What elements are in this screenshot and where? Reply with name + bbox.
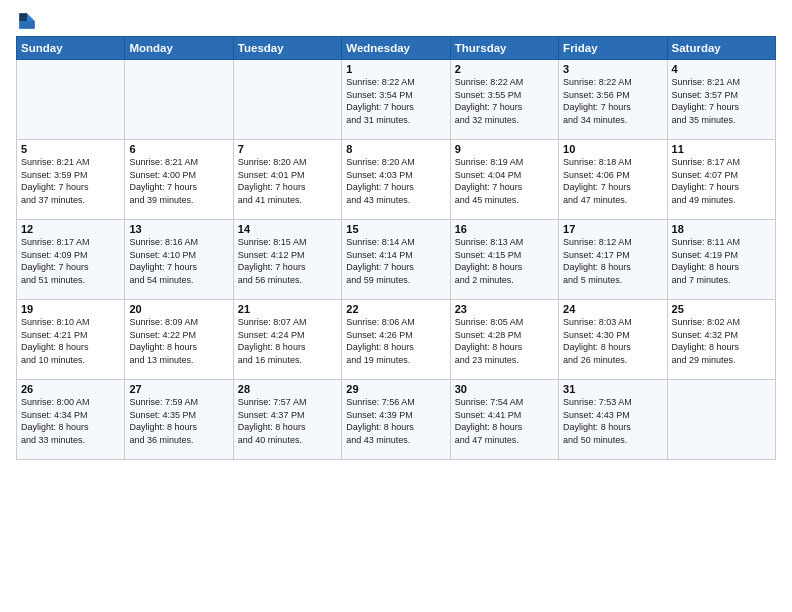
day-number: 29 bbox=[346, 383, 445, 395]
calendar-cell bbox=[233, 60, 341, 140]
cell-text: Sunset: 4:28 PM bbox=[455, 329, 554, 342]
cell-text: Sunrise: 8:20 AM bbox=[346, 156, 445, 169]
calendar-table: SundayMondayTuesdayWednesdayThursdayFrid… bbox=[16, 36, 776, 460]
calendar-cell: 7Sunrise: 8:20 AMSunset: 4:01 PMDaylight… bbox=[233, 140, 341, 220]
cell-text: Daylight: 8 hours bbox=[346, 341, 445, 354]
cell-text: Sunset: 4:41 PM bbox=[455, 409, 554, 422]
cell-text: and 16 minutes. bbox=[238, 354, 337, 367]
cell-text: and 56 minutes. bbox=[238, 274, 337, 287]
cell-text: and 45 minutes. bbox=[455, 194, 554, 207]
cell-text: and 7 minutes. bbox=[672, 274, 771, 287]
cell-text: and 35 minutes. bbox=[672, 114, 771, 127]
cell-text: Daylight: 8 hours bbox=[672, 341, 771, 354]
cell-text: Daylight: 8 hours bbox=[563, 421, 662, 434]
cell-text: Sunrise: 8:17 AM bbox=[21, 236, 120, 249]
cell-text: Daylight: 7 hours bbox=[238, 261, 337, 274]
cell-text: and 26 minutes. bbox=[563, 354, 662, 367]
calendar-cell: 8Sunrise: 8:20 AMSunset: 4:03 PMDaylight… bbox=[342, 140, 450, 220]
cell-text: Sunrise: 7:54 AM bbox=[455, 396, 554, 409]
day-number: 8 bbox=[346, 143, 445, 155]
cell-text: Sunrise: 8:20 AM bbox=[238, 156, 337, 169]
cell-text: Sunset: 4:30 PM bbox=[563, 329, 662, 342]
cell-text: Sunset: 4:10 PM bbox=[129, 249, 228, 262]
calendar-cell bbox=[667, 380, 775, 460]
cell-text: Sunrise: 7:56 AM bbox=[346, 396, 445, 409]
day-number: 17 bbox=[563, 223, 662, 235]
cell-text: Daylight: 7 hours bbox=[563, 181, 662, 194]
day-number: 22 bbox=[346, 303, 445, 315]
cell-text: Sunset: 4:32 PM bbox=[672, 329, 771, 342]
cell-text: Daylight: 7 hours bbox=[346, 181, 445, 194]
cell-text: Sunset: 4:35 PM bbox=[129, 409, 228, 422]
cell-text: and 39 minutes. bbox=[129, 194, 228, 207]
calendar-header-cell: Wednesday bbox=[342, 37, 450, 60]
day-number: 16 bbox=[455, 223, 554, 235]
cell-text: Daylight: 8 hours bbox=[21, 341, 120, 354]
cell-text: Sunrise: 8:22 AM bbox=[563, 76, 662, 89]
day-number: 5 bbox=[21, 143, 120, 155]
calendar-cell: 15Sunrise: 8:14 AMSunset: 4:14 PMDayligh… bbox=[342, 220, 450, 300]
cell-text: Daylight: 7 hours bbox=[455, 181, 554, 194]
day-number: 30 bbox=[455, 383, 554, 395]
day-number: 15 bbox=[346, 223, 445, 235]
cell-text: and 33 minutes. bbox=[21, 434, 120, 447]
cell-text: Daylight: 8 hours bbox=[563, 341, 662, 354]
day-number: 20 bbox=[129, 303, 228, 315]
svg-marker-2 bbox=[19, 21, 35, 29]
calendar-body: 1Sunrise: 8:22 AMSunset: 3:54 PMDaylight… bbox=[17, 60, 776, 460]
cell-text: Daylight: 7 hours bbox=[346, 261, 445, 274]
calendar-cell: 6Sunrise: 8:21 AMSunset: 4:00 PMDaylight… bbox=[125, 140, 233, 220]
calendar-week-row: 19Sunrise: 8:10 AMSunset: 4:21 PMDayligh… bbox=[17, 300, 776, 380]
calendar-cell: 21Sunrise: 8:07 AMSunset: 4:24 PMDayligh… bbox=[233, 300, 341, 380]
cell-text: and 49 minutes. bbox=[672, 194, 771, 207]
cell-text: Daylight: 7 hours bbox=[21, 181, 120, 194]
cell-text: Sunset: 4:26 PM bbox=[346, 329, 445, 342]
cell-text: Daylight: 8 hours bbox=[129, 341, 228, 354]
calendar-cell: 23Sunrise: 8:05 AMSunset: 4:28 PMDayligh… bbox=[450, 300, 558, 380]
calendar-cell: 16Sunrise: 8:13 AMSunset: 4:15 PMDayligh… bbox=[450, 220, 558, 300]
cell-text: Sunset: 4:04 PM bbox=[455, 169, 554, 182]
calendar-week-row: 12Sunrise: 8:17 AMSunset: 4:09 PMDayligh… bbox=[17, 220, 776, 300]
day-number: 28 bbox=[238, 383, 337, 395]
calendar-header-row: SundayMondayTuesdayWednesdayThursdayFrid… bbox=[17, 37, 776, 60]
cell-text: Sunset: 4:21 PM bbox=[21, 329, 120, 342]
cell-text: and 13 minutes. bbox=[129, 354, 228, 367]
cell-text: Sunrise: 8:19 AM bbox=[455, 156, 554, 169]
header bbox=[16, 10, 776, 32]
cell-text: Sunset: 4:12 PM bbox=[238, 249, 337, 262]
cell-text: Sunset: 4:22 PM bbox=[129, 329, 228, 342]
cell-text: Sunset: 4:07 PM bbox=[672, 169, 771, 182]
day-number: 31 bbox=[563, 383, 662, 395]
cell-text: Sunrise: 8:09 AM bbox=[129, 316, 228, 329]
calendar-cell: 22Sunrise: 8:06 AMSunset: 4:26 PMDayligh… bbox=[342, 300, 450, 380]
svg-rect-3 bbox=[19, 13, 27, 21]
cell-text: Daylight: 7 hours bbox=[129, 261, 228, 274]
cell-text: and 19 minutes. bbox=[346, 354, 445, 367]
calendar-cell: 17Sunrise: 8:12 AMSunset: 4:17 PMDayligh… bbox=[559, 220, 667, 300]
cell-text: Daylight: 8 hours bbox=[21, 421, 120, 434]
cell-text: Sunset: 4:01 PM bbox=[238, 169, 337, 182]
cell-text: and 40 minutes. bbox=[238, 434, 337, 447]
cell-text: and 51 minutes. bbox=[21, 274, 120, 287]
cell-text: Sunrise: 8:21 AM bbox=[129, 156, 228, 169]
cell-text: Sunset: 4:14 PM bbox=[346, 249, 445, 262]
calendar-cell: 19Sunrise: 8:10 AMSunset: 4:21 PMDayligh… bbox=[17, 300, 125, 380]
cell-text: and 31 minutes. bbox=[346, 114, 445, 127]
calendar-cell: 11Sunrise: 8:17 AMSunset: 4:07 PMDayligh… bbox=[667, 140, 775, 220]
cell-text: and 37 minutes. bbox=[21, 194, 120, 207]
cell-text: and 5 minutes. bbox=[563, 274, 662, 287]
calendar-cell: 4Sunrise: 8:21 AMSunset: 3:57 PMDaylight… bbox=[667, 60, 775, 140]
calendar-cell: 20Sunrise: 8:09 AMSunset: 4:22 PMDayligh… bbox=[125, 300, 233, 380]
cell-text: and 47 minutes. bbox=[455, 434, 554, 447]
calendar-header-cell: Monday bbox=[125, 37, 233, 60]
cell-text: Sunrise: 8:21 AM bbox=[672, 76, 771, 89]
calendar-cell: 5Sunrise: 8:21 AMSunset: 3:59 PMDaylight… bbox=[17, 140, 125, 220]
cell-text: and 34 minutes. bbox=[563, 114, 662, 127]
cell-text: and 2 minutes. bbox=[455, 274, 554, 287]
cell-text: Sunrise: 8:06 AM bbox=[346, 316, 445, 329]
cell-text: Sunrise: 8:11 AM bbox=[672, 236, 771, 249]
cell-text: Sunrise: 8:17 AM bbox=[672, 156, 771, 169]
calendar-week-row: 5Sunrise: 8:21 AMSunset: 3:59 PMDaylight… bbox=[17, 140, 776, 220]
day-number: 13 bbox=[129, 223, 228, 235]
day-number: 3 bbox=[563, 63, 662, 75]
